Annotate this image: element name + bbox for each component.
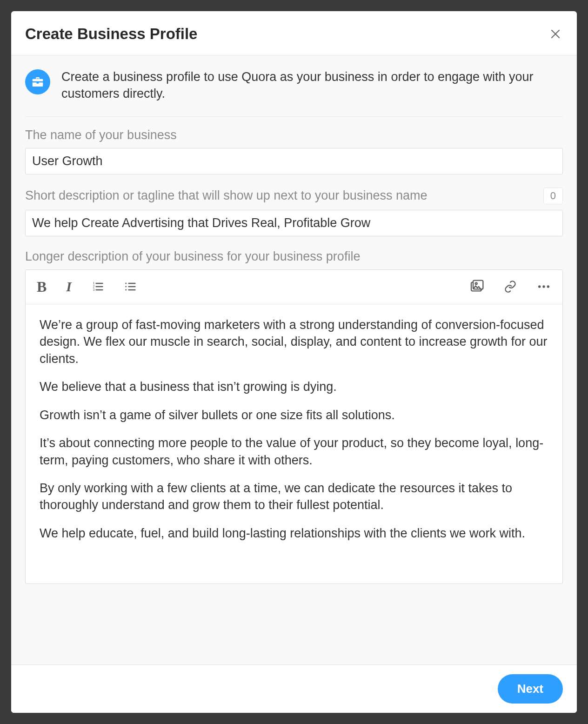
modal-header: Create Business Profile	[11, 11, 577, 55]
svg-point-19	[547, 286, 549, 288]
svg-text:2: 2	[93, 285, 95, 288]
briefcase-icon-badge	[25, 69, 50, 94]
intro-text: Create a business profile to use Quora a…	[61, 68, 563, 102]
svg-text:3: 3	[93, 288, 95, 292]
toolbar-left: B I 123	[37, 278, 137, 295]
editor-paragraph: Growth isn’t a game of silver bullets or…	[40, 407, 548, 423]
editor-content[interactable]: We’re a group of fast-moving marketers w…	[26, 304, 562, 583]
long-description-label: Longer description of your business for …	[25, 249, 563, 264]
ordered-list-button[interactable]: 123	[91, 280, 104, 293]
editor-paragraph: We help educate, fuel, and build long-la…	[40, 525, 548, 542]
briefcase-icon	[31, 75, 45, 89]
tagline-label-row: Short description or tagline that will s…	[25, 188, 563, 204]
rich-text-editor: B I 123	[25, 269, 563, 584]
tagline-input[interactable]	[25, 210, 563, 236]
more-button[interactable]	[536, 279, 551, 294]
editor-paragraph: We believe that a business that isn’t gr…	[40, 378, 548, 395]
link-button[interactable]	[504, 280, 517, 293]
italic-button[interactable]: I	[66, 279, 72, 295]
editor-paragraph: By only working with a few clients at a …	[40, 480, 548, 514]
unordered-list-icon	[124, 280, 137, 293]
image-button[interactable]	[469, 279, 484, 294]
tagline-counter: 0	[543, 188, 563, 204]
svg-point-17	[538, 286, 541, 288]
svg-point-13	[125, 289, 127, 291]
bold-button[interactable]: B	[37, 278, 47, 295]
create-business-profile-modal: Create Business Profile Create a busines…	[11, 11, 577, 713]
ordered-list-icon: 123	[91, 280, 104, 293]
unordered-list-button[interactable]	[124, 280, 137, 293]
editor-paragraph: We’re a group of fast-moving marketers w…	[40, 316, 548, 367]
image-icon	[469, 279, 484, 294]
editor-paragraph: It’s about connecting more people to the…	[40, 435, 548, 469]
modal-footer: Next	[11, 664, 577, 713]
more-horizontal-icon	[536, 279, 551, 294]
next-button[interactable]: Next	[498, 674, 563, 704]
link-icon	[504, 280, 517, 293]
svg-point-18	[542, 286, 545, 288]
business-name-input[interactable]	[25, 148, 563, 174]
close-button[interactable]	[549, 27, 562, 40]
intro-section: Create a business profile to use Quora a…	[25, 68, 563, 117]
editor-toolbar: B I 123	[26, 270, 562, 304]
modal-title: Create Business Profile	[25, 25, 197, 43]
close-icon	[550, 28, 561, 40]
svg-point-12	[125, 286, 127, 288]
svg-point-11	[125, 283, 127, 284]
svg-text:1: 1	[93, 282, 95, 285]
modal-body: Create a business profile to use Quora a…	[11, 55, 577, 664]
toolbar-right	[469, 279, 551, 294]
business-name-label: The name of your business	[25, 128, 563, 142]
tagline-label: Short description or tagline that will s…	[25, 188, 427, 203]
